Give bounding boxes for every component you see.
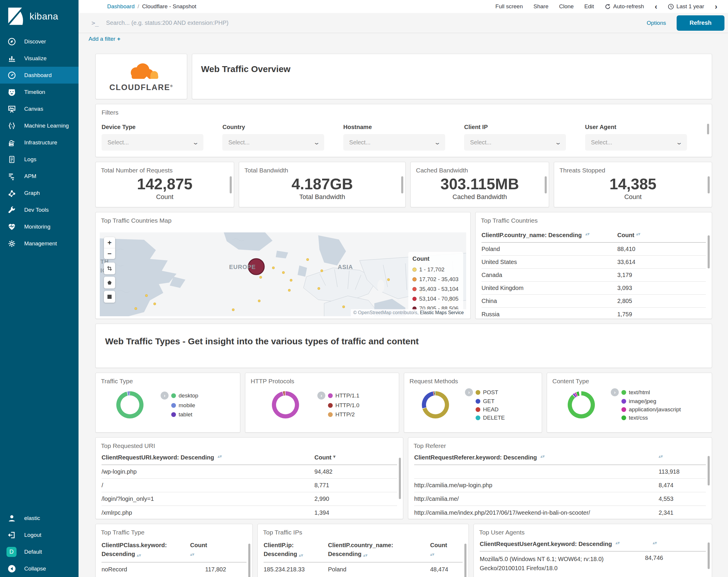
sort-icon[interactable]: ▴▾	[363, 554, 367, 557]
column-header-country[interactable]: ClientIP.country_name: Descending ▴▾	[482, 232, 617, 239]
column-header-count[interactable]: ▴▾	[653, 541, 706, 544]
sidebar-item-canvas[interactable]: Canvas	[0, 100, 79, 117]
content-type-donut-chart[interactable]	[568, 391, 595, 419]
edit-button[interactable]: Edit	[584, 3, 594, 10]
sidebar-item-monitoring[interactable]: Monitoring	[0, 218, 79, 235]
column-header-count[interactable]: Count▾	[314, 454, 397, 461]
legend-item-desktop[interactable]: › desktop	[161, 392, 199, 400]
time-range-button[interactable]: Last 1 year	[668, 3, 704, 10]
legend-item-http10[interactable]: HTTP/1.0	[317, 402, 359, 409]
client-ip-select[interactable]: Select... ⌄	[464, 134, 566, 151]
refresh-button[interactable]: Refresh	[677, 15, 725, 31]
elastic-maps-link[interactable]: Elastic Maps Service	[420, 310, 464, 315]
search-input[interactable]	[106, 20, 643, 26]
legend-item-text-html[interactable]: › text/html	[611, 388, 681, 396]
column-header-user-agent[interactable]: ClientRequestUserAgent.keyword: Descendi…	[480, 541, 653, 548]
scrollbar-thumb[interactable]	[708, 456, 710, 485]
time-back-button[interactable]: ‹	[655, 3, 657, 10]
column-header-ip[interactable]: ClientIP.ip: Descending▴▾	[264, 541, 328, 558]
sort-icon[interactable]: ▴▾	[190, 553, 231, 556]
column-header-country[interactable]: ClientIP.country_name: Descending▴▾	[328, 541, 430, 558]
sort-icon[interactable]: ▴▾	[659, 455, 663, 458]
map-fit-bounds-button[interactable]	[104, 262, 115, 274]
sidebar-item-discover[interactable]: Discover	[0, 33, 79, 50]
legend-item-post[interactable]: › POST	[465, 388, 505, 396]
http-protocols-donut-chart[interactable]	[272, 391, 299, 419]
legend-item-image-jpeg[interactable]: image/jpeg	[611, 398, 681, 405]
column-header-referer[interactable]: ClientRequestReferer.keyword: Descending…	[414, 454, 659, 461]
column-header-count[interactable]: Count▴▾	[190, 541, 231, 556]
sort-icon[interactable]: ▴▾	[541, 455, 545, 458]
legend-expand-icon[interactable]: ›	[317, 392, 325, 400]
sidebar-item-dashboard[interactable]: Dashboard	[0, 67, 79, 83]
scrollbar-thumb[interactable]	[248, 544, 250, 577]
legend-expand-icon[interactable]: ›	[465, 388, 473, 396]
sidebar-item-dev-tools[interactable]: Dev Tools	[0, 201, 79, 218]
legend-expand-icon[interactable]: ›	[611, 388, 619, 396]
legend-item-get[interactable]: GET	[465, 398, 505, 405]
legend-item-text-css[interactable]: text/css	[611, 415, 681, 421]
sort-icon[interactable]: ▴▾	[653, 542, 657, 544]
sidebar-item-collapse[interactable]: Collapse	[0, 560, 79, 577]
sort-desc-icon[interactable]: ▾	[333, 455, 336, 461]
sidebar-item-apm[interactable]: APM	[0, 168, 79, 184]
zoom-out-button[interactable]: −	[104, 248, 115, 259]
legend-item-http11[interactable]: › HTTP/1.1	[317, 392, 359, 400]
kibana-logo[interactable]: kibana	[0, 0, 79, 33]
sidebar-item-logout[interactable]: Logout	[0, 527, 79, 543]
auto-refresh-button[interactable]: Auto-refresh	[605, 3, 644, 10]
sidebar-item-graph[interactable]: Graph	[0, 184, 79, 201]
user-agent-select[interactable]: Select... ⌄	[585, 134, 687, 151]
sidebar-item-visualize[interactable]: Visualize	[0, 50, 79, 67]
sort-icon[interactable]: ▴▾	[616, 542, 620, 544]
map-draw-polygon-button[interactable]	[104, 277, 115, 288]
scrollbar-thumb[interactable]	[401, 176, 403, 194]
sidebar-item-management[interactable]: Management	[0, 235, 79, 252]
sidebar-item-space-default[interactable]: D Default	[0, 543, 79, 560]
legend-item-tablet[interactable]: tablet	[161, 411, 199, 418]
breadcrumb-dashboard-link[interactable]: Dashboard	[107, 3, 135, 10]
scrollbar-thumb[interactable]	[545, 176, 547, 194]
options-link[interactable]: Options	[647, 20, 666, 26]
full-screen-button[interactable]: Full screen	[495, 3, 523, 10]
traffic-type-donut-chart[interactable]	[116, 391, 144, 419]
time-forward-button[interactable]: ›	[715, 3, 718, 10]
device-type-select[interactable]: Select... ⌄	[102, 134, 203, 151]
sort-icon[interactable]: ▴▾	[217, 455, 222, 458]
sort-icon[interactable]: ▴▾	[137, 554, 141, 557]
add-filter-button[interactable]: Add a filter+	[88, 36, 121, 42]
sort-icon[interactable]: ▴▾	[636, 233, 640, 239]
sort-icon[interactable]: ▴▾	[430, 553, 463, 556]
country-select[interactable]: Select... ⌄	[222, 134, 324, 151]
legend-item-mobile[interactable]: mobile	[161, 402, 199, 409]
sidebar-item-user[interactable]: elastic	[0, 510, 79, 527]
column-header-count[interactable]: Count ▴▾	[617, 232, 706, 239]
scrollbar-thumb[interactable]	[707, 124, 709, 134]
scrollbar-thumb[interactable]	[230, 176, 232, 194]
map-draw-rectangle-button[interactable]	[104, 291, 115, 303]
legend-item-application-javascript[interactable]: application/javascript	[611, 406, 681, 413]
zoom-in-button[interactable]: +	[104, 237, 115, 248]
legend-expand-icon[interactable]: ›	[161, 392, 168, 400]
scrollbar-thumb[interactable]	[399, 458, 401, 499]
column-header-count[interactable]: ▴▾	[659, 454, 706, 458]
scrollbar-thumb[interactable]	[708, 235, 710, 269]
scrollbar-thumb[interactable]	[464, 544, 466, 577]
world-map[interactable]: TH IC EUROPE ASIA + −	[100, 232, 466, 316]
request-methods-donut-chart[interactable]	[422, 391, 449, 419]
column-header-uri[interactable]: ClientRequestURI.keyword: Descending▴▾	[102, 454, 314, 461]
sidebar-item-logs[interactable]: Logs	[0, 151, 79, 168]
scrollbar-thumb[interactable]	[708, 176, 710, 194]
column-header-count[interactable]: Count▴▾	[430, 541, 463, 556]
legend-item-head[interactable]: HEAD	[465, 406, 505, 413]
scrollbar-thumb[interactable]	[708, 543, 710, 569]
clone-button[interactable]: Clone	[559, 3, 574, 10]
sort-icon[interactable]: ▴▾	[586, 233, 590, 235]
legend-item-http2[interactable]: HTTP/2	[317, 411, 359, 418]
share-button[interactable]: Share	[534, 3, 548, 10]
sidebar-item-machine-learning[interactable]: Machine Learning	[0, 117, 79, 134]
hostname-select[interactable]: Select... ⌄	[343, 134, 445, 151]
sort-icon[interactable]: ▴▾	[299, 554, 303, 557]
sidebar-item-timelion[interactable]: Timelion	[0, 83, 79, 100]
column-header-ip-class[interactable]: ClientIPClass.keyword: Descending▴▾	[102, 541, 190, 558]
